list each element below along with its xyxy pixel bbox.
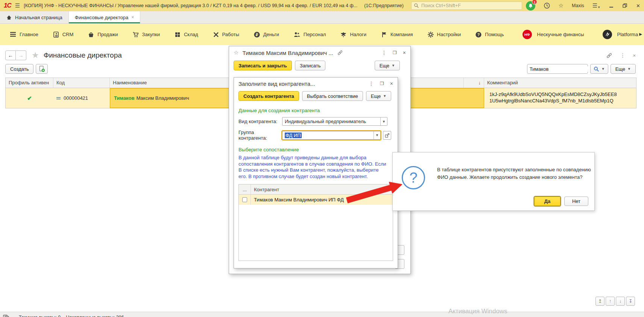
sort-indicator[interactable]: ↓	[464, 78, 484, 88]
main-menu-icon[interactable]: ☰	[15, 2, 20, 9]
ribbon-item-settings[interactable]: Настройки	[420, 24, 468, 45]
form-kebab-icon[interactable]: ⋮	[620, 52, 625, 58]
ribbon-item-purchases[interactable]: Закупки	[125, 24, 167, 45]
kind-label: Вид контрагента:	[238, 119, 282, 124]
fill-kind-dialog: Заполните вид контрагента... ⋮ ❒ × Созда…	[234, 77, 398, 268]
no-button[interactable]: Нет	[564, 197, 588, 206]
group-input[interactable]: ФД ИП ▼	[282, 131, 381, 140]
history-icon[interactable]	[544, 2, 550, 9]
svg-text:₽: ₽	[256, 32, 258, 37]
tab-home[interactable]: Начальная страница	[0, 11, 69, 23]
form-close-icon[interactable]: ×	[633, 53, 636, 58]
ribbon-item-money[interactable]: ₽ Деньги	[246, 24, 286, 45]
tab-home-label: Начальная страница	[15, 15, 62, 20]
ribbon-item-main[interactable]: Главное	[3, 24, 46, 45]
menu-icon	[10, 32, 17, 37]
svg-text:?: ?	[477, 32, 480, 37]
fill-dialog-title: Заполните вид контрагента...	[238, 81, 315, 87]
go-down-button[interactable]: ↓	[616, 297, 625, 306]
ribbon-overflow-icon[interactable]: ▶	[639, 32, 642, 36]
favorite-star-icon[interactable]: ★	[32, 50, 39, 60]
create-button[interactable]: Создать	[5, 64, 33, 74]
row-name-surname: Тимаков	[114, 95, 134, 101]
chevron-down-icon: ▼	[601, 67, 605, 71]
status-bar: Текущие вызовы: 0 Накопленные вызовы: 38…	[0, 312, 644, 317]
minimize-button[interactable]	[609, 4, 614, 8]
platforma-badge-icon	[603, 30, 612, 39]
ribbon-item-works[interactable]: Работы	[205, 24, 246, 45]
back-button[interactable]: ←	[5, 50, 16, 60]
create-group-button[interactable]	[36, 64, 48, 74]
yes-button[interactable]: Да	[534, 197, 560, 206]
restore-button[interactable]	[623, 3, 627, 8]
kebab-icon[interactable]: ⋮	[381, 50, 387, 56]
close-window-button[interactable]: ✕	[636, 3, 640, 9]
col-comment[interactable]: Комментарий	[484, 78, 636, 88]
row-code: 000000421	[64, 95, 88, 101]
app-name-suffix: (1С:Предприятие)	[364, 3, 404, 8]
favorites-star-icon[interactable]: ☆	[559, 2, 564, 9]
help-icon: ?	[475, 31, 482, 38]
global-search-box[interactable]	[411, 2, 522, 10]
create-counterparty-button[interactable]: Создать контрагента	[238, 91, 299, 101]
search-options-button[interactable]: ▼	[590, 64, 608, 74]
list-more-button[interactable]: Еще▼	[611, 64, 636, 74]
ribbon-item-company[interactable]: Компания	[374, 24, 420, 45]
person-more-button[interactable]: Еще▼	[375, 61, 400, 70]
chevron-down-icon: ▼	[383, 94, 386, 98]
ribbon-item-taxes[interactable]: Налоги	[333, 24, 374, 45]
tools-icon	[213, 31, 219, 38]
ribbon-item-warehouse[interactable]: Склад	[167, 24, 205, 45]
chevron-down-icon[interactable]: ▼	[380, 117, 387, 125]
tab-bar: Начальная страница Финансовые директора …	[0, 11, 644, 24]
maximize-icon[interactable]: ❒	[380, 81, 384, 86]
close-icon[interactable]: ×	[390, 81, 393, 87]
maximize-icon[interactable]: ❒	[393, 50, 397, 55]
chevron-down-icon[interactable]: ▼	[374, 131, 380, 139]
flag-icon	[381, 31, 387, 38]
coat-of-arms-icon	[340, 31, 347, 38]
save-button[interactable]: Записать	[295, 61, 326, 70]
user-name[interactable]: Maxis	[572, 3, 584, 8]
link-icon[interactable]	[606, 52, 612, 59]
list-search-input[interactable]	[527, 66, 598, 72]
go-bottom-button[interactable]: ↧	[626, 297, 635, 306]
forward-button[interactable]: →	[16, 50, 26, 60]
section-data-heading: Данные для создания контрагента	[238, 108, 398, 113]
go-up-button[interactable]: ↑	[606, 297, 615, 306]
ribbon-item-personnel[interactable]: Персонал	[286, 24, 333, 45]
group-label: Группа контрагента:	[238, 130, 282, 141]
ribbon-item-platforma[interactable]: Platforma	[591, 24, 644, 45]
kind-combobox[interactable]: Индивидуальный предприниматель ▼	[282, 117, 387, 126]
people-icon	[293, 31, 301, 38]
open-icon	[385, 133, 390, 138]
save-and-close-button[interactable]: Записать и закрыть	[234, 61, 292, 70]
kind-value: Индивидуальный предприниматель	[283, 119, 380, 124]
link-icon[interactable]	[337, 50, 343, 56]
go-top-button[interactable]: ↥	[595, 297, 605, 306]
list-search-box[interactable]: ×	[527, 64, 588, 74]
dialog-star-icon[interactable]: ☆	[234, 49, 238, 56]
col-profile-active[interactable]: Профиль активен	[6, 78, 53, 88]
user-menu-icon[interactable]: ☰▼	[592, 2, 600, 9]
open-group-button[interactable]	[383, 131, 391, 140]
windows-activation-watermark: Активация Windows	[448, 308, 507, 315]
cart-icon	[132, 31, 139, 38]
ribbon-item-sales[interactable]: Продажи	[80, 24, 125, 45]
kebab-icon[interactable]: ⋮	[369, 81, 374, 87]
1c-logo: 1С	[4, 2, 11, 9]
match-checkbox[interactable]	[242, 197, 247, 202]
ribbon-item-crm[interactable]: CRM	[46, 24, 81, 45]
nf-badge-icon: НФ	[522, 30, 532, 39]
tab-close-icon[interactable]: ×	[131, 15, 134, 20]
ribbon-item-nf[interactable]: НФ Нескучные финансы	[511, 24, 591, 45]
col-code[interactable]: Код	[53, 78, 110, 88]
confirm-dialog: ? В таблице контрагентов присутствуют за…	[392, 152, 595, 211]
global-search-input[interactable]	[421, 3, 519, 8]
notifications-button[interactable]: 1	[526, 1, 535, 11]
tab-financial-directors[interactable]: Финансовые директора ×	[69, 11, 140, 23]
close-icon[interactable]: ×	[403, 50, 406, 56]
ribbon-item-help[interactable]: ? Помощь	[468, 24, 511, 45]
fill-more-button[interactable]: Еще▼	[366, 91, 391, 101]
choose-match-button[interactable]: Выбрать соответствие	[302, 91, 363, 101]
